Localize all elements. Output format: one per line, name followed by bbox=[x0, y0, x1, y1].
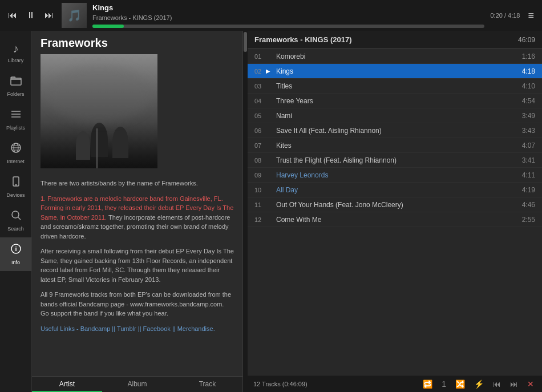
album-header-title: Frameworks - KINGS (2017) bbox=[254, 35, 518, 44]
track-row[interactable]: 11Out Of Your Hands (Feat. Jono McCleery… bbox=[248, 197, 542, 212]
transport-controls: ⏮ ⏸ ⏭ bbox=[6, 9, 56, 22]
track-title: All Day bbox=[276, 186, 512, 194]
track-duration: 4:46 bbox=[512, 201, 535, 209]
track-title: Out Of Your Hands (Feat. Jono McCleery) bbox=[276, 201, 512, 209]
track-title: Kings bbox=[92, 3, 484, 12]
sidebar-label-devices: Devices bbox=[6, 192, 25, 198]
track-number: 10 bbox=[254, 187, 266, 193]
artist-image bbox=[41, 54, 157, 168]
repeat-button[interactable]: 🔁 bbox=[420, 378, 435, 390]
track-duration: 3:43 bbox=[512, 127, 535, 135]
track-row[interactable]: 09Harvey Leonords4:11 bbox=[248, 168, 542, 183]
status-next-button[interactable]: ⏭ bbox=[508, 378, 520, 390]
info-icon: i bbox=[10, 243, 22, 257]
sidebar: ♪ Library Folders Playlists Internet D bbox=[0, 31, 32, 392]
track-number: 05 bbox=[254, 112, 266, 119]
main-area: ♪ Library Folders Playlists Internet D bbox=[0, 31, 542, 392]
status-prev-button[interactable]: ⏮ bbox=[491, 378, 503, 390]
tracklist-scroll[interactable]: 01Komorebi1:1602▶Kings4:1803Titles4:1004… bbox=[248, 49, 542, 375]
track-duration: 3:49 bbox=[512, 112, 535, 120]
description-4: All 9 Frameworks tracks from both EP's c… bbox=[41, 290, 234, 318]
track-duration: 3:41 bbox=[512, 156, 535, 164]
progress-fill bbox=[92, 25, 124, 28]
description-1: There are two artists/bands by the name … bbox=[41, 179, 234, 188]
track-count: 12 Tracks (0:46:09) bbox=[253, 381, 416, 387]
track-number: 08 bbox=[254, 157, 266, 164]
track-info: Kings Frameworks - KINGS (2017) bbox=[92, 3, 484, 28]
folders-icon bbox=[10, 75, 22, 89]
track-row[interactable]: 04Three Years4:54 bbox=[248, 94, 542, 108]
track-duration: 4:54 bbox=[512, 97, 535, 105]
scroll-thumb[interactable] bbox=[244, 32, 247, 52]
description-5: Useful Links - Bandcamp || Tumblr || Fac… bbox=[41, 324, 234, 334]
track-row[interactable]: 05Nami3:49 bbox=[248, 108, 542, 123]
sidebar-label-info: Info bbox=[11, 260, 20, 265]
sidebar-item-playlists[interactable]: Playlists bbox=[0, 103, 31, 136]
sidebar-label-folders: Folders bbox=[7, 91, 24, 97]
track-row[interactable]: 02▶Kings4:18 bbox=[248, 64, 542, 79]
tab-artist[interactable]: Artist bbox=[32, 377, 102, 392]
sidebar-label-search: Search bbox=[7, 226, 24, 232]
sidebar-label-internet: Internet bbox=[7, 159, 25, 164]
status-bar: 12 Tracks (0:46:09) 🔁 1 🔀 ⚡ ⏮ ⏭ ✕ bbox=[248, 375, 542, 392]
track-row[interactable]: 10All Day4:19 bbox=[248, 183, 542, 197]
track-row[interactable]: 07Kites4:07 bbox=[248, 138, 542, 153]
track-duration: 4:18 bbox=[512, 67, 535, 75]
sidebar-item-internet[interactable]: Internet bbox=[0, 136, 31, 170]
track-title: Komorebi bbox=[276, 52, 512, 60]
track-number: 03 bbox=[254, 83, 266, 90]
close-button[interactable]: ✕ bbox=[525, 378, 536, 390]
sidebar-label-playlists: Playlists bbox=[6, 125, 25, 131]
track-row[interactable]: 12Come With Me2:55 bbox=[248, 212, 542, 227]
menu-button[interactable]: ≡ bbox=[525, 7, 536, 24]
bottom-tabs: Artist Album Track bbox=[32, 376, 242, 392]
album-thumbnail: 🎵 bbox=[62, 3, 87, 28]
lastfm-button[interactable]: ⚡ bbox=[472, 378, 486, 390]
track-duration: 4:11 bbox=[512, 171, 535, 179]
useful-links[interactable]: Useful Links - Bandcamp || Tumblr || Fac… bbox=[41, 325, 215, 332]
time-display: 0:20 / 4:18 bbox=[490, 12, 520, 19]
track-number: 09 bbox=[254, 172, 266, 179]
track-duration: 4:10 bbox=[512, 82, 535, 90]
svg-text:i: i bbox=[15, 245, 17, 252]
track-row[interactable]: 01Komorebi1:16 bbox=[248, 49, 542, 64]
track-number: 06 bbox=[254, 127, 266, 134]
repeat-one-button[interactable]: 1 bbox=[439, 378, 448, 390]
track-title: Kings bbox=[276, 67, 512, 75]
track-row[interactable]: 03Titles4:10 bbox=[248, 79, 542, 94]
top-bar: ⏮ ⏸ ⏭ 🎵 Kings Frameworks - KINGS (2017) … bbox=[0, 0, 542, 31]
sidebar-item-info[interactable]: i Info bbox=[0, 237, 31, 271]
sidebar-label-library: Library bbox=[8, 58, 24, 63]
track-title: Harvey Leonords bbox=[276, 171, 512, 179]
track-title: Nami bbox=[276, 112, 512, 120]
next-button[interactable]: ⏭ bbox=[42, 9, 56, 22]
svg-point-11 bbox=[12, 211, 19, 218]
track-duration: 4:07 bbox=[512, 142, 535, 149]
track-title: Three Years bbox=[276, 97, 512, 105]
track-row[interactable]: 06Save It All (Feat. Aisling Rhiannon)3:… bbox=[248, 123, 542, 138]
track-title: Kites bbox=[276, 142, 512, 149]
tracklist-container: Frameworks - KINGS (2017) 46:09 01Komore… bbox=[243, 31, 542, 392]
sidebar-item-search[interactable]: Search bbox=[0, 204, 31, 237]
album-header-duration: 46:09 bbox=[518, 36, 535, 44]
track-title: Trust the Flight (Feat. Aisling Rhiannon… bbox=[276, 156, 512, 164]
sidebar-item-folders[interactable]: Folders bbox=[0, 69, 31, 103]
prev-button[interactable]: ⏮ bbox=[6, 9, 19, 22]
content-scroll[interactable]: There are two artists/bands by the name … bbox=[32, 173, 242, 376]
description-2: 1. Frameworks are a melodic hardcore ban… bbox=[41, 194, 234, 241]
shuffle-button[interactable]: 🔀 bbox=[453, 378, 467, 390]
progress-bar[interactable] bbox=[92, 25, 484, 28]
track-subtitle: Frameworks - KINGS (2017) bbox=[92, 14, 484, 21]
internet-icon bbox=[10, 142, 22, 156]
content-text: There are two artists/bands by the name … bbox=[32, 173, 242, 376]
sidebar-item-devices[interactable]: Devices bbox=[0, 170, 31, 204]
tab-album[interactable]: Album bbox=[102, 377, 172, 392]
track-title: Titles bbox=[276, 82, 512, 90]
tab-track[interactable]: Track bbox=[172, 377, 242, 392]
sidebar-item-library[interactable]: ♪ Library bbox=[0, 37, 31, 69]
track-duration: 1:16 bbox=[512, 52, 535, 60]
play-pause-button[interactable]: ⏸ bbox=[24, 9, 38, 22]
track-row[interactable]: 08Trust the Flight (Feat. Aisling Rhiann… bbox=[248, 153, 542, 168]
tracklist-header: Frameworks - KINGS (2017) 46:09 bbox=[248, 31, 542, 49]
svg-line-12 bbox=[18, 217, 21, 220]
